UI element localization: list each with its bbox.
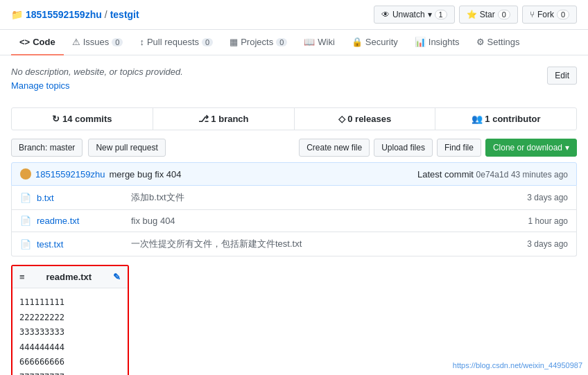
avatar [20, 168, 31, 180]
releases-count: 0 [347, 114, 352, 124]
new-pr-button[interactable]: New pull request [88, 139, 165, 157]
tab-settings[interactable]: ⚙ Settings [468, 30, 528, 55]
branch-icon: ⎇ [198, 114, 211, 124]
file-icon: 📄 [20, 193, 31, 203]
table-row: 📄 readme.txt fix bug 404 1 hour ago [12, 210, 576, 232]
file-list: 📄 b.txt 添加b.txt文件 3 days ago 📄 readme.tx… [11, 186, 577, 256]
fork-count: 0 [557, 10, 569, 19]
tab-insights[interactable]: 📊 Insights [406, 30, 468, 55]
commit-sha-info: Latest commit 0e74a1d 43 minutes ago [417, 169, 568, 180]
tabs-bar: <> Code ⚠ Issues 0 ↕ Pull requests 0 ▦ P… [0, 30, 588, 55]
contributors-stat[interactable]: 👥 1 contributor [435, 108, 576, 130]
projects-badge: 0 [276, 38, 287, 46]
eye-icon: 👁 [381, 10, 390, 19]
tab-code[interactable]: <> Code [11, 30, 64, 55]
commit-time: 43 minutes ago [511, 170, 568, 180]
top-bar: 📁 18515592159zhu / testgit 👁 Unwatch ▾ 1… [0, 0, 588, 30]
watermark: https://blog.csdn.net/weixin_44950987 [453, 361, 582, 369]
releases-stat[interactable]: ◇ 0 releases [295, 108, 436, 130]
file-icon: 📄 [20, 239, 31, 250]
clone-label: Clone or download [493, 143, 562, 152]
tab-settings-label: Settings [487, 37, 520, 47]
file-name-readme[interactable]: readme.txt [37, 216, 120, 226]
commit-sha-link[interactable]: 0e74a1d [476, 170, 509, 180]
tab-wiki[interactable]: 📖 Wiki [295, 30, 343, 55]
commit-message: merge bug fix 404 [110, 169, 182, 180]
edit-button[interactable]: Edit [547, 67, 577, 85]
contributors-label: contributor [492, 114, 540, 124]
file-action-buttons: Create new file Upload files Find file C… [299, 139, 577, 157]
code-icon: <> [19, 37, 30, 47]
commit-bar: 18515592159zhu merge bug fix 404 Latest … [11, 162, 577, 186]
chevron-down-icon: ▾ [565, 143, 569, 152]
branch-selector[interactable]: Branch: master [11, 139, 83, 157]
list-item: 666666666 [19, 355, 121, 370]
pulls-badge: 0 [202, 38, 213, 46]
issues-badge: 0 [112, 38, 123, 46]
table-row: 📄 b.txt 添加b.txt文件 3 days ago [12, 186, 576, 210]
stats-bar: ↻ 14 commits ⎇ 1 branch ◇ 0 releases 👥 1… [11, 107, 577, 130]
fork-label: Fork [537, 10, 554, 19]
commit-author-name[interactable]: 18515592159zhu [35, 169, 105, 180]
list-item: 333333333 [19, 325, 121, 340]
action-buttons: 👁 Unwatch ▾ 1 ⭐ Star 0 ⑂ Fork 0 [374, 6, 577, 24]
upload-files-button[interactable]: Upload files [374, 139, 433, 157]
repo-name[interactable]: testgit [110, 9, 139, 20]
commit-prefix: Latest commit [417, 169, 474, 180]
wiki-icon: 📖 [304, 37, 315, 47]
star-button[interactable]: ⭐ Star 0 [459, 6, 518, 24]
file-time-b: 3 days ago [527, 193, 568, 202]
tab-insights-label: Insights [429, 37, 460, 47]
edit-pencil-icon[interactable]: ✎ [113, 272, 121, 282]
file-time-readme: 1 hour ago [528, 216, 568, 226]
create-new-file-button[interactable]: Create new file [299, 139, 370, 157]
description-text: No description, website, or topics provi… [11, 67, 183, 77]
commits-stat[interactable]: ↻ 14 commits [12, 108, 153, 130]
branches-stat[interactable]: ⎇ 1 branch [153, 108, 295, 130]
file-name-test[interactable]: test.txt [37, 239, 120, 250]
tab-code-label: Code [33, 37, 55, 47]
manage-topics-link[interactable]: Manage topics [11, 80, 70, 91]
file-msg-b: 添加b.txt文件 [120, 191, 527, 204]
tab-security[interactable]: 🔒 Security [343, 30, 406, 55]
commits-count: 14 [62, 114, 72, 124]
commit-author-info: 18515592159zhu merge bug fix 404 [20, 168, 182, 180]
file-time-test: 3 days ago [527, 239, 568, 249]
tab-projects-label: Projects [241, 37, 273, 47]
readme-header: ≡ readme.txt ✎ [12, 266, 128, 288]
repo-owner[interactable]: 18515592159zhu [26, 9, 102, 20]
list-item: 777777777 [19, 370, 121, 375]
repo-title: 📁 18515592159zhu / testgit [11, 9, 139, 20]
list-item: 222222222 [19, 311, 121, 326]
readme-content: 111111111 222222222 333333333 444444444 … [12, 288, 128, 375]
branches-label: branch [218, 114, 248, 124]
clone-download-button[interactable]: Clone or download ▾ [485, 139, 577, 157]
branches-count: 1 [211, 114, 216, 124]
tab-issues[interactable]: ⚠ Issues 0 [64, 30, 132, 55]
readme-title: readme.txt [46, 272, 92, 282]
tab-pulls[interactable]: ↕ Pull requests 0 [131, 30, 221, 55]
issues-icon: ⚠ [72, 37, 80, 47]
unwatch-button[interactable]: 👁 Unwatch ▾ 1 [374, 6, 455, 24]
contributors-icon: 👥 [472, 114, 485, 124]
fork-button[interactable]: ⑂ Fork 0 [522, 6, 577, 24]
table-row: 📄 test.txt 一次性提交所有文件，包括新建文件test.txt 3 da… [12, 232, 576, 256]
list-item: 444444444 [19, 340, 121, 356]
security-icon: 🔒 [352, 37, 363, 47]
readme-title-icon: ≡ [19, 272, 25, 282]
unwatch-count: 1 [435, 10, 447, 19]
find-file-button[interactable]: Find file [437, 139, 481, 157]
projects-icon: ▦ [230, 37, 238, 47]
tab-projects[interactable]: ▦ Projects 0 [221, 30, 295, 55]
star-label: Star [480, 10, 495, 19]
file-header: Branch: master New pull request Create n… [11, 139, 577, 157]
file-icon: 📄 [20, 216, 31, 226]
repo-description: No description, website, or topics provi… [11, 67, 183, 102]
releases-icon: ◇ [338, 114, 348, 124]
list-item: 111111111 [19, 295, 121, 311]
file-name-b[interactable]: b.txt [37, 193, 120, 203]
tab-security-label: Security [365, 37, 398, 47]
repo-icon: 📁 [11, 9, 23, 20]
pulls-icon: ↕ [139, 37, 144, 47]
readme-panel: ≡ readme.txt ✎ 111111111 222222222 33333… [11, 265, 129, 375]
